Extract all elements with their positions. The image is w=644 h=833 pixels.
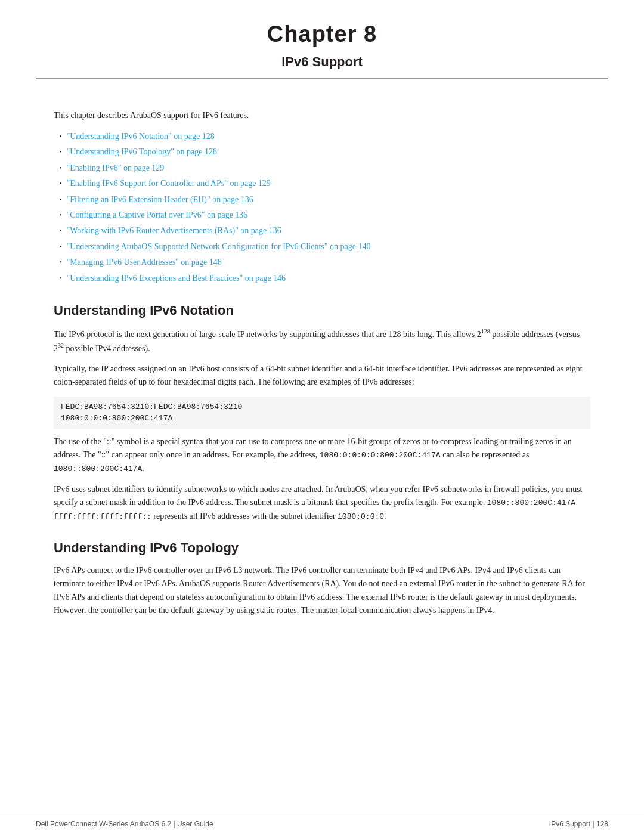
toc-item-6: "Configuring a Captive Portal over IPv6"…: [60, 209, 590, 222]
toc-item-1: "Understanding IPv6 Notation" on page 12…: [60, 130, 590, 143]
section-heading-topology: Understanding IPv6 Topology: [54, 540, 590, 556]
chapter-subtitle: IPv6 Support: [0, 54, 644, 70]
toc-link-8[interactable]: "Understanding ArubaOS Supported Network…: [67, 240, 371, 253]
toc-item-8: "Understanding ArubaOS Supported Network…: [60, 240, 590, 253]
toc-link-5[interactable]: "Filtering an IPv6 Extension Header (EH)…: [67, 193, 253, 206]
toc-link-3[interactable]: "Enabling IPv6" on page 129: [67, 162, 165, 175]
section-heading-notation: Understanding IPv6 Notation: [54, 303, 590, 318]
page-footer: Dell PowerConnect W-Series ArubaOS 6.2 |…: [0, 815, 644, 833]
toc-item-5: "Filtering an IPv6 Extension Header (EH)…: [60, 193, 590, 206]
page-container: Chapter 8 IPv6 Support This chapter desc…: [0, 0, 644, 833]
toc-link-9[interactable]: "Managing IPv6 User Addresses" on page 1…: [67, 256, 222, 269]
notation-para-4: IPv6 uses subnet identifiers to identify…: [54, 483, 590, 524]
toc-link-7[interactable]: "Working with IPv6 Router Advertisements…: [67, 224, 281, 237]
notation-para-1: The IPv6 protocol is the next generation…: [54, 327, 590, 355]
toc-link-6[interactable]: "Configuring a Captive Portal over IPv6"…: [67, 209, 248, 222]
main-content: This chapter describes ArubaOS support f…: [0, 85, 644, 672]
footer-right-text: IPv6 Support | 128: [549, 820, 608, 828]
toc-link-10[interactable]: "Understanding IPv6 Exceptions and Best …: [67, 272, 286, 285]
intro-paragraph: This chapter describes ArubaOS support f…: [54, 109, 590, 122]
toc-link-2[interactable]: "Understanding IPv6 Topology" on page 12…: [67, 145, 217, 159]
chapter-title: Chapter 8: [0, 21, 644, 47]
toc-link-1[interactable]: "Understanding IPv6 Notation" on page 12…: [67, 130, 215, 143]
toc-list: "Understanding IPv6 Notation" on page 12…: [54, 130, 590, 285]
header-divider: [36, 78, 608, 79]
page-header: Chapter 8 IPv6 Support: [0, 0, 644, 85]
notation-code-example: FEDC:BA98:7654:3210:FEDC:BA98:7654:32101…: [54, 397, 590, 429]
toc-item-10: "Understanding IPv6 Exceptions and Best …: [60, 272, 590, 285]
toc-item-4: "Enabling IPv6 Support for Controller an…: [60, 177, 590, 190]
topology-paragraph: IPv6 APs connect to the IPv6 controller …: [54, 564, 590, 618]
footer-left-text: Dell PowerConnect W-Series ArubaOS 6.2 |…: [36, 820, 213, 828]
notation-para-2: Typically, the IP address assigned on an…: [54, 363, 590, 389]
notation-para-3: The use of the "::" symbol is a special …: [54, 435, 590, 476]
toc-item-9: "Managing IPv6 User Addresses" on page 1…: [60, 256, 590, 269]
toc-item-3: "Enabling IPv6" on page 129: [60, 162, 590, 175]
toc-item-2: "Understanding IPv6 Topology" on page 12…: [60, 145, 590, 159]
toc-link-4[interactable]: "Enabling IPv6 Support for Controller an…: [67, 177, 271, 190]
toc-item-7: "Working with IPv6 Router Advertisements…: [60, 224, 590, 237]
